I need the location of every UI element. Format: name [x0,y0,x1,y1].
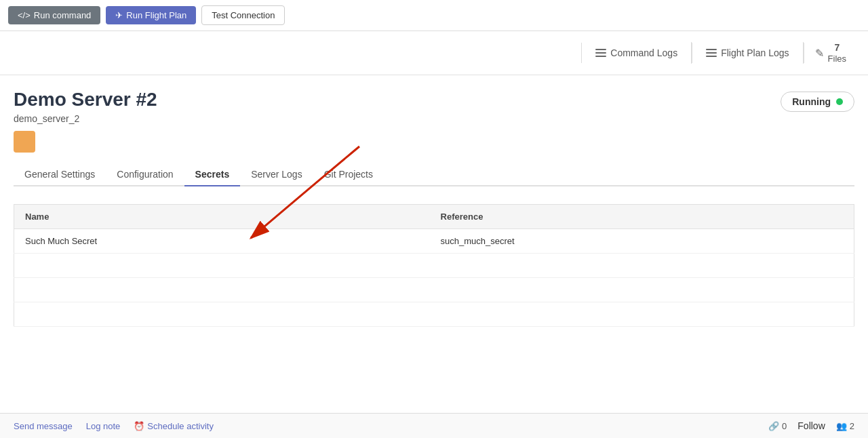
test-connection-button[interactable]: Test Connection [201,5,285,25]
empty-cell [430,254,854,278]
files-label: Files [828,54,846,64]
users-button[interactable]: 👥 2 [836,421,854,431]
hamburger-icon [595,49,606,57]
main-content: Running Demo Server #2 demo_server_2 Gen… [0,75,868,193]
bottom-bar: Send message Log note ⏰ Schedule activit… [0,413,868,438]
run-command-button[interactable]: </> Run command [8,6,100,24]
status-label: Running [792,96,831,107]
row-name-cell: Such Much Secret [14,229,430,254]
log-note-button[interactable]: Log note [86,421,121,431]
clock-icon: ⏰ [134,421,144,431]
status-dot [836,98,843,105]
server-slug: demo_server_2 [14,113,854,124]
empty-cell [14,254,430,278]
flight-plan-logs-button[interactable]: Flight Plan Logs [692,42,803,64]
run-flight-plan-button[interactable]: ✈ Run Flight Plan [106,6,196,24]
status-badge: Running [781,92,854,112]
column-reference-header: Reference [430,205,854,229]
header-bar: Command Logs Flight Plan Logs ✎ 7 Files [0,31,868,75]
run-command-label: Run command [34,10,92,20]
hamburger-icon2 [706,49,717,57]
send-message-button[interactable]: Send message [14,421,73,431]
tab-git-projects[interactable]: Git Projects [313,163,384,186]
tab-general-settings[interactable]: General Settings [14,163,106,186]
users-count: 2 [850,421,854,431]
column-name-header: Name [14,205,430,229]
secrets-table-container: Name Reference Such Much Secret such_muc… [14,204,854,327]
files-count-container: 7 Files [828,42,846,64]
paperclip-icon: 🔗 [768,421,779,431]
empty-cell [430,278,854,302]
code-icon: </> [18,10,31,20]
tab-server-logs[interactable]: Server Logs [240,163,313,186]
plane-icon: ✈ [115,10,123,20]
secrets-table: Name Reference Such Much Secret such_muc… [14,204,854,327]
bottom-bar-left: Send message Log note ⏰ Schedule activit… [14,421,755,431]
toolbar: </> Run command ✈ Run Flight Plan Test C… [0,0,868,31]
server-title: Demo Server #2 [14,89,854,111]
table-row [14,278,854,302]
command-logs-button[interactable]: Command Logs [582,42,692,64]
schedule-activity-button[interactable]: ⏰ Schedule activity [134,421,214,431]
command-logs-label: Command Logs [610,47,677,58]
server-color-indicator [14,131,35,153]
table-row [14,254,854,278]
tab-configuration[interactable]: Configuration [106,163,184,186]
row-reference-cell: such_much_secret [430,229,854,254]
flight-plan-logs-label: Flight Plan Logs [721,47,789,58]
follow-button[interactable]: Follow [797,420,825,431]
table-row [14,302,854,327]
messages-button[interactable]: 🔗 0 [768,421,787,431]
test-connection-label: Test Connection [212,10,275,20]
bottom-bar-right: 🔗 0 Follow 👥 2 [768,420,854,431]
users-icon: 👥 [836,421,847,431]
empty-cell [430,302,854,327]
edit-icon: ✎ [815,47,824,60]
messages-count: 0 [782,421,787,431]
run-flight-plan-label: Run Flight Plan [126,10,186,20]
files-button[interactable]: ✎ 7 Files [804,37,857,69]
empty-cell [14,302,430,327]
empty-cell [14,278,430,302]
tab-secrets[interactable]: Secrets [184,163,241,186]
files-number: 7 [834,42,840,54]
table-header-row: Name Reference [14,205,854,229]
table-row: Such Much Secret such_much_secret [14,229,854,254]
tabs-container: General Settings Configuration Secrets S… [14,163,854,186]
